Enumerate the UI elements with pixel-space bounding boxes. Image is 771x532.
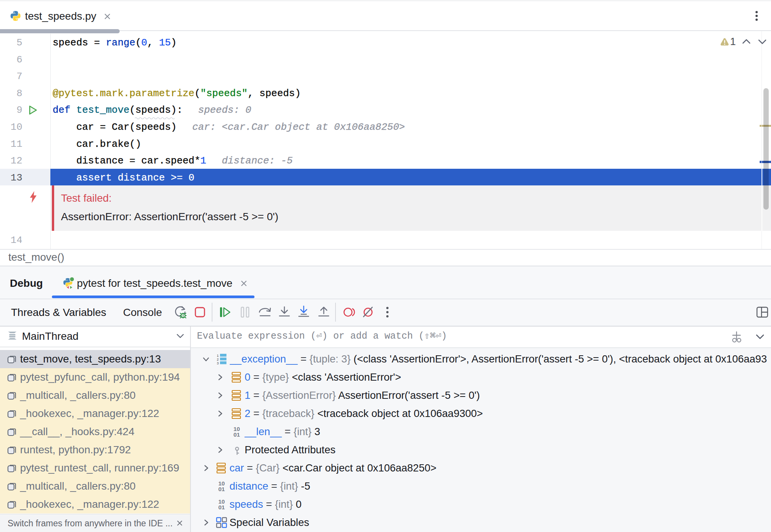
svg-text:2: 2	[217, 358, 219, 361]
svg-text:01: 01	[218, 504, 225, 510]
svg-text:1: 1	[217, 354, 219, 358]
svg-text:01: 01	[233, 431, 240, 437]
svg-text:3: 3	[217, 361, 219, 365]
svg-text:01: 01	[218, 486, 225, 492]
